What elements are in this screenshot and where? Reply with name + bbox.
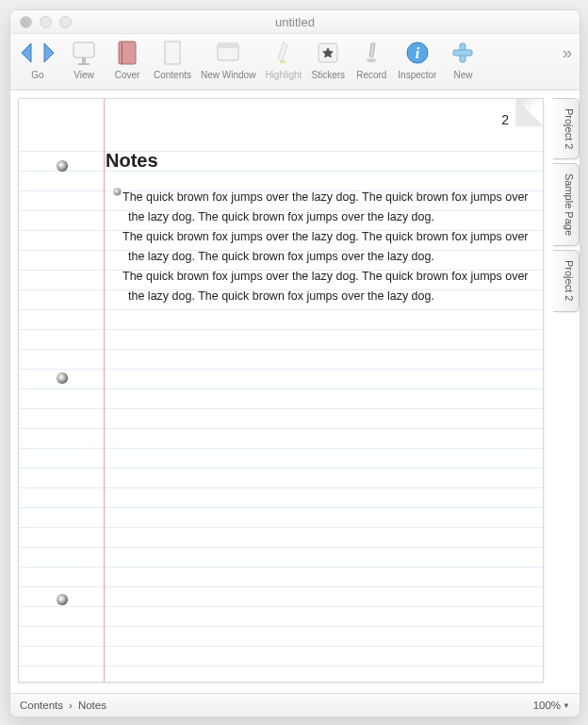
svg-rect-2 xyxy=(78,63,90,65)
window-icon xyxy=(215,40,241,66)
chevron-down-icon: ▼ xyxy=(563,701,570,710)
breadcrumb-separator: › xyxy=(69,700,73,711)
book-cover-icon xyxy=(116,40,139,66)
svg-rect-4 xyxy=(122,41,122,64)
close-window-button[interactable] xyxy=(20,16,32,28)
microphone-icon xyxy=(362,40,381,66)
side-tab-sample-page[interactable]: Sample Page xyxy=(553,163,580,246)
side-tab-project-2b[interactable]: Project 2 xyxy=(553,250,580,311)
side-tabs: Project 2 Sample Page Project 2 xyxy=(553,91,580,693)
view-button[interactable]: View xyxy=(67,38,101,80)
toolbar: Go View Cover xyxy=(10,34,580,91)
svg-rect-7 xyxy=(218,43,238,48)
page-corner-fold[interactable] xyxy=(516,99,543,125)
arrow-right-icon xyxy=(39,38,57,68)
paragraph[interactable]: The quick brown fox jumps over the lazy … xyxy=(122,227,533,267)
arrow-left-icon xyxy=(18,38,37,68)
svg-point-10 xyxy=(367,58,376,62)
breadcrumb-root[interactable]: Contents xyxy=(20,700,63,711)
svg-rect-3 xyxy=(119,41,136,64)
inspector-button[interactable]: i Inspector xyxy=(398,38,436,80)
window-title: untitled xyxy=(10,15,580,29)
titlebar: untitled xyxy=(10,10,580,34)
svg-rect-8 xyxy=(280,60,286,63)
binder-hole xyxy=(57,160,68,172)
new-button[interactable]: New xyxy=(446,38,480,80)
notebook-page[interactable]: 2 Notes The quick brown fox jumps over t… xyxy=(18,98,544,683)
view-icon xyxy=(71,40,97,66)
highlighter-icon xyxy=(274,40,293,66)
svg-rect-0 xyxy=(74,42,94,58)
content-area: 2 Notes The quick brown fox jumps over t… xyxy=(10,91,580,693)
svg-text:i: i xyxy=(416,45,420,61)
paragraph[interactable]: The quick brown fox jumps over the lazy … xyxy=(122,188,533,227)
info-icon: i xyxy=(405,41,430,65)
highlight-button[interactable]: Highlight xyxy=(265,38,302,80)
zoom-window-button[interactable] xyxy=(59,16,72,28)
svg-rect-14 xyxy=(453,50,472,56)
binder-hole xyxy=(57,372,68,384)
toolbar-overflow-button[interactable]: » xyxy=(563,38,572,63)
binder-hole xyxy=(57,594,68,605)
star-sticker-icon xyxy=(316,40,340,66)
bullet-icon xyxy=(113,188,122,196)
zoom-value: 100% xyxy=(533,700,561,711)
margin-line xyxy=(104,99,105,682)
plus-icon xyxy=(450,41,475,65)
record-button[interactable]: Record xyxy=(354,38,388,80)
new-window-button[interactable]: New Window xyxy=(201,38,255,80)
stickers-button[interactable]: Stickers xyxy=(311,38,345,80)
breadcrumb-current[interactable]: Notes xyxy=(78,700,106,711)
app-window: untitled Go View xyxy=(9,9,580,717)
traffic-lights xyxy=(10,16,72,28)
cover-button[interactable]: Cover xyxy=(110,38,144,80)
page-number: 2 xyxy=(501,112,509,127)
contents-button[interactable]: Contents xyxy=(154,38,191,80)
zoom-control[interactable]: 100% ▼ xyxy=(533,700,570,711)
minimize-window-button[interactable] xyxy=(40,16,52,28)
status-bar: Contents › Notes 100% ▼ xyxy=(10,693,580,717)
paragraph[interactable]: The quick brown fox jumps over the lazy … xyxy=(122,267,533,306)
page-heading[interactable]: Notes xyxy=(106,150,158,172)
go-button[interactable]: Go xyxy=(18,38,57,80)
page-icon xyxy=(163,40,182,66)
svg-rect-1 xyxy=(82,58,86,63)
page-body[interactable]: The quick brown fox jumps over the lazy … xyxy=(122,188,533,306)
side-tab-project-2[interactable]: Project 2 xyxy=(553,98,580,159)
svg-rect-5 xyxy=(165,41,180,64)
breadcrumb[interactable]: Contents › Notes xyxy=(20,700,106,711)
